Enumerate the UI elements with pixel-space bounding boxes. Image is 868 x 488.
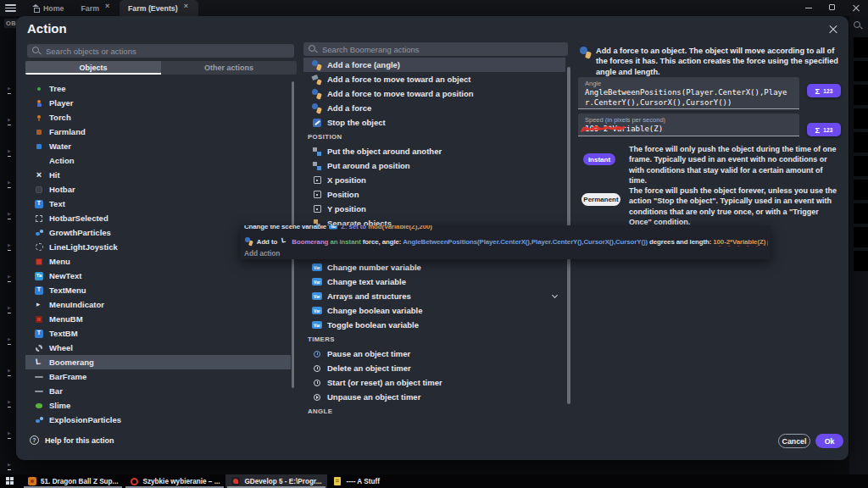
- action-item[interactable]: Position: [303, 187, 565, 202]
- restore-button[interactable]: [821, 0, 844, 16]
- speed-field[interactable]: Speed (in pixels per second) 100-2*Varia…: [578, 114, 799, 136]
- action-label: Y position: [327, 204, 366, 214]
- object-icon: [34, 185, 44, 195]
- action-item[interactable]: Change number variable: [303, 260, 565, 274]
- object-item[interactable]: Hotbar: [25, 182, 291, 197]
- action-label: Add a force to move toward a position: [327, 89, 474, 98]
- action-label: Position: [327, 190, 359, 199]
- action-item[interactable]: Put the object around another: [303, 144, 565, 158]
- action-item[interactable]: Change text variable: [303, 274, 565, 289]
- object-item[interactable]: Farmland: [25, 125, 291, 139]
- tab-objects[interactable]: Objects: [25, 61, 161, 75]
- action-item[interactable]: Put around a position: [303, 158, 565, 173]
- speed-expression-editor-button[interactable]: Σ 123: [807, 123, 841, 136]
- object-item[interactable]: TextMenu: [25, 283, 291, 297]
- object-item[interactable]: Water: [25, 139, 291, 153]
- object-icon: [34, 358, 44, 368]
- object-item[interactable]: Text: [25, 197, 291, 211]
- hamburger-menu-icon[interactable]: [5, 4, 16, 12]
- object-item[interactable]: Hit: [25, 168, 291, 182]
- speed-field-label: Speed (in pixels per second): [585, 116, 793, 124]
- object-name: Boomerang: [49, 358, 94, 367]
- object-item[interactable]: Slime: [25, 398, 291, 413]
- angle-field[interactable]: Angle AngleBetweenPositions(Player.Cente…: [578, 77, 799, 109]
- object-item[interactable]: MenuIndicator: [25, 297, 291, 312]
- object-item[interactable]: Torch: [25, 110, 291, 125]
- action-item[interactable]: Pause an object timer: [303, 347, 565, 361]
- search-icon: [854, 21, 862, 30]
- event-text-segment: [245, 237, 254, 245]
- action-item[interactable]: X position: [303, 173, 565, 187]
- angle-field-value[interactable]: AngleBetweenPositions(Player.CenterX(),P…: [585, 88, 793, 108]
- object-item[interactable]: Boomerang: [25, 355, 291, 369]
- object-item[interactable]: HotbarSelected: [25, 211, 291, 225]
- object-item[interactable]: BarFrame: [25, 369, 291, 384]
- object-icon: [34, 329, 44, 339]
- object-item[interactable]: MenuBM: [25, 312, 291, 326]
- angle-expression-editor-button[interactable]: Σ 123: [807, 84, 841, 97]
- action-icon: [312, 277, 322, 287]
- event-text-segment: Add to: [255, 238, 279, 246]
- action-item[interactable]: Unpause an object timer: [303, 390, 565, 404]
- editor-tab[interactable]: Farm: [72, 0, 120, 16]
- objects-search-input[interactable]: Search objects or actions: [27, 44, 294, 58]
- event-text-segment: [280, 237, 289, 245]
- taskbar-app-button[interactable]: Szybkie wybieranie – ...: [124, 474, 225, 488]
- object-item[interactable]: Bar: [25, 384, 291, 398]
- event-row-variable[interactable]: Change the scene variable Z: set to mod(…: [244, 225, 768, 234]
- start-button[interactable]: [0, 474, 20, 488]
- object-item[interactable]: Action: [25, 153, 291, 168]
- close-window-button[interactable]: [844, 0, 868, 16]
- object-item[interactable]: NewText: [25, 269, 291, 283]
- actions-search-input[interactable]: Search Boomerang actions: [303, 42, 568, 56]
- object-item[interactable]: TextBM: [25, 326, 291, 341]
- object-item[interactable]: ExplosionParticles: [25, 413, 291, 427]
- instant-option-button[interactable]: Instant: [583, 153, 615, 165]
- event-row-force[interactable]: Add to Boomerang an instant force, angle…: [244, 236, 768, 247]
- action-item[interactable]: Add a force: [303, 101, 565, 115]
- action-label: TIMERS: [308, 336, 335, 343]
- action-icon: [312, 263, 322, 273]
- add-action-link[interactable]: Add action: [244, 249, 768, 258]
- taskbar-app-button[interactable]: GDevelop 5 - E:\Progr...: [225, 474, 327, 488]
- action-icon: [312, 349, 322, 359]
- action-item[interactable]: Delete an object timer: [303, 361, 565, 375]
- speed-field-value[interactable]: 100-2*Variable(Z): [585, 125, 793, 135]
- permanent-description: The force will push the object forever, …: [629, 186, 843, 228]
- cancel-button[interactable]: Cancel: [778, 434, 810, 448]
- action-item[interactable]: Add a force to move toward an object: [303, 72, 565, 86]
- action-item[interactable]: Change boolean variable: [303, 303, 565, 318]
- permanent-option-button[interactable]: Permanent: [581, 193, 620, 206]
- action-item[interactable]: Arrays and structures: [303, 289, 565, 303]
- action-item[interactable]: Y position: [303, 202, 565, 216]
- event-text-segment: pixels: [765, 238, 768, 246]
- action-icon: [312, 147, 322, 157]
- help-link[interactable]: ? Help for this action: [30, 435, 114, 445]
- action-item[interactable]: Stop the object: [303, 115, 565, 130]
- ok-button[interactable]: Ok: [815, 434, 843, 448]
- action-item[interactable]: POSITION: [303, 130, 565, 144]
- action-item[interactable]: Add a force to move toward a position: [303, 86, 565, 101]
- dialog-close-icon[interactable]: [828, 25, 838, 35]
- object-item[interactable]: Tree: [25, 81, 291, 96]
- object-item[interactable]: Player: [25, 96, 291, 110]
- action-label: Put the object around another: [327, 147, 442, 156]
- action-item[interactable]: TIMERS: [303, 332, 565, 347]
- action-item[interactable]: Add a force (angle): [303, 58, 565, 72]
- object-name: Slime: [49, 401, 70, 410]
- editor-tab[interactable]: Home: [24, 0, 72, 16]
- tab-close-icon[interactable]: [184, 5, 190, 11]
- action-icon: [312, 204, 322, 214]
- minimize-button[interactable]: [797, 0, 821, 16]
- taskbar-app-button[interactable]: ---- A Stuff: [327, 474, 385, 488]
- object-item[interactable]: Wheel: [25, 341, 291, 355]
- action-item[interactable]: Start (or reset) an object timer: [303, 375, 565, 390]
- action-item[interactable]: ANGLE: [303, 404, 565, 419]
- action-item[interactable]: Toggle boolean variable: [303, 318, 565, 332]
- editor-tab[interactable]: Farm (Events): [120, 0, 198, 16]
- editor-tab-label: Home: [43, 4, 64, 13]
- action-label: Add a force to move toward an object: [327, 75, 470, 84]
- tab-other-actions[interactable]: Other actions: [161, 61, 297, 75]
- taskbar-app-button[interactable]: 51. Dragon Ball Z Sup...: [22, 474, 124, 488]
- tab-close-icon[interactable]: [105, 5, 111, 11]
